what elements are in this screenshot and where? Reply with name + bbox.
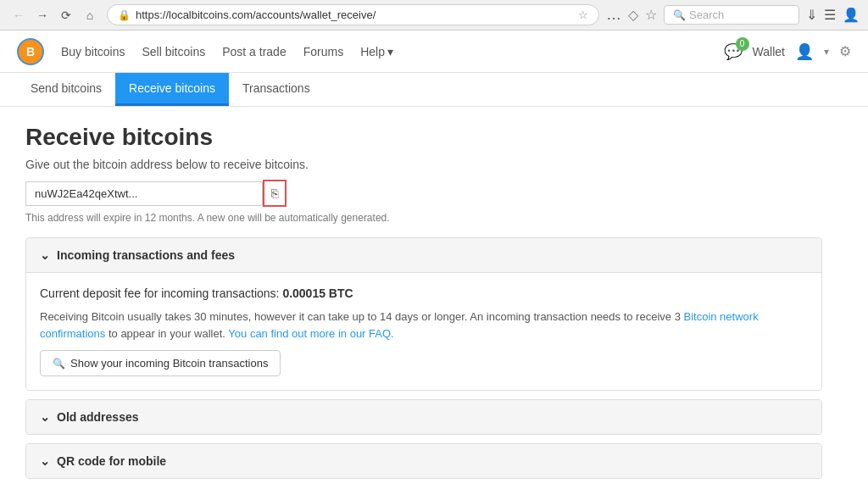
star-icon[interactable]: ☆ — [645, 7, 657, 23]
chevron-down-icon: ⌄ — [40, 454, 50, 468]
page-subtitle: Give out the bitcoin address below to re… — [25, 158, 822, 171]
old-addresses-header[interactable]: ⌄ Old addresses — [26, 400, 821, 434]
fee-row: Current deposit fee for incoming transac… — [40, 286, 808, 300]
qr-code-section: ⌄ QR code for mobile — [25, 443, 822, 479]
chat-badge[interactable]: 💬 0 — [724, 42, 743, 61]
library-icon[interactable]: ☰ — [824, 7, 836, 23]
pocket-icon[interactable]: ◇ — [628, 7, 638, 23]
reload-button[interactable]: ⟳ — [56, 5, 76, 25]
profile-icon[interactable]: 👤 — [843, 7, 860, 23]
info-text: Receiving Bitcoin usually takes 30 minut… — [40, 309, 808, 342]
chevron-down-icon: ⌄ — [40, 248, 50, 262]
address-bar[interactable]: 🔒 https://localbitcoins.com/accounts/wal… — [107, 4, 599, 25]
back-button[interactable]: ← — [8, 5, 29, 25]
user-icon[interactable]: 👤 — [795, 42, 814, 61]
search-icon: 🔍 — [673, 9, 686, 21]
address-bar-icons: ☆ — [578, 8, 588, 21]
page-title: Receive bitcoins — [25, 124, 822, 151]
settings-icon[interactable]: ⚙ — [839, 43, 851, 59]
browser-chrome: ← → ⟳ ⌂ 🔒 https://localbitcoins.com/acco… — [0, 0, 868, 31]
bitcoin-address-input[interactable] — [25, 181, 263, 206]
tab-nav: Send bitcoins Receive bitcoins Transacti… — [0, 73, 868, 107]
qr-code-title: QR code for mobile — [57, 454, 166, 468]
url-text: https://localbitcoins.com/accounts/walle… — [136, 8, 573, 21]
main-nav: Buy bitcoins Sell bitcoins Post a trade … — [61, 45, 393, 58]
browser-nav: ← → ⟳ ⌂ — [8, 5, 100, 25]
logo[interactable]: B — [17, 38, 44, 65]
fee-amount: 0.00015 BTC — [282, 286, 353, 300]
incoming-fees-title: Incoming transactions and fees — [57, 248, 235, 262]
tab-transactions[interactable]: Transactions — [229, 73, 324, 106]
copy-button[interactable]: ⎘ — [263, 180, 287, 207]
address-field-wrapper: ⎘ — [25, 180, 822, 207]
old-addresses-section: ⌄ Old addresses — [25, 399, 822, 435]
nav-buy[interactable]: Buy bitcoins — [61, 45, 125, 58]
fee-label: Current deposit fee for incoming transac… — [40, 286, 279, 300]
lock-icon: 🔒 — [118, 9, 131, 21]
header-right: 💬 0 Wallet 👤 ▾ ⚙ — [724, 42, 851, 61]
old-addresses-title: Old addresses — [57, 410, 139, 424]
expire-note: This address will expire in 12 months. A… — [25, 212, 822, 224]
faq-link[interactable]: You can find out more in our FAQ. — [228, 327, 393, 340]
copy-icon: ⎘ — [271, 186, 278, 200]
main-content: Receive bitcoins Give out the bitcoin ad… — [0, 107, 848, 495]
logo-letter: B — [26, 45, 35, 58]
incoming-fees-section: ⌄ Incoming transactions and fees Current… — [25, 237, 822, 391]
nav-trade[interactable]: Post a trade — [222, 45, 287, 58]
forward-button[interactable]: → — [32, 5, 53, 25]
site-header: B Buy bitcoins Sell bitcoins Post a trad… — [0, 31, 868, 73]
tab-receive[interactable]: Receive bitcoins — [115, 73, 229, 106]
info-text-before: Receiving Bitcoin usually takes 30 minut… — [40, 310, 683, 323]
show-tx-label: Show your incoming Bitcoin transactions — [70, 357, 268, 370]
incoming-fees-header[interactable]: ⌄ Incoming transactions and fees — [26, 238, 821, 272]
browser-right-icons: ⇓ ☰ 👤 — [806, 7, 860, 23]
home-button[interactable]: ⌂ — [80, 5, 100, 25]
download-icon[interactable]: ⇓ — [806, 7, 817, 23]
tab-send[interactable]: Send bitcoins — [17, 73, 115, 106]
show-transactions-button[interactable]: 🔍 Show your incoming Bitcoin transaction… — [40, 350, 281, 376]
nav-forums[interactable]: Forums — [303, 45, 343, 58]
browser-menu-btn[interactable]: … — [606, 6, 621, 24]
wallet-link[interactable]: Wallet — [753, 45, 785, 58]
info-text-after: to appear in your wallet. — [105, 327, 228, 340]
user-dropdown-arrow[interactable]: ▾ — [824, 46, 829, 58]
logo-icon: B — [17, 38, 44, 65]
incoming-fees-content: Current deposit fee for incoming transac… — [26, 272, 821, 390]
search-icon: 🔍 — [53, 358, 65, 370]
qr-code-header[interactable]: ⌄ QR code for mobile — [26, 444, 821, 478]
bookmark-icon: ☆ — [578, 8, 588, 21]
browser-search-box[interactable]: 🔍 Search — [664, 5, 799, 25]
chevron-down-icon: ⌄ — [40, 410, 50, 424]
search-placeholder: Search — [689, 8, 724, 21]
chat-count: 0 — [736, 37, 749, 51]
nav-help[interactable]: Help ▾ — [360, 45, 393, 58]
nav-sell[interactable]: Sell bitcoins — [142, 45, 205, 58]
